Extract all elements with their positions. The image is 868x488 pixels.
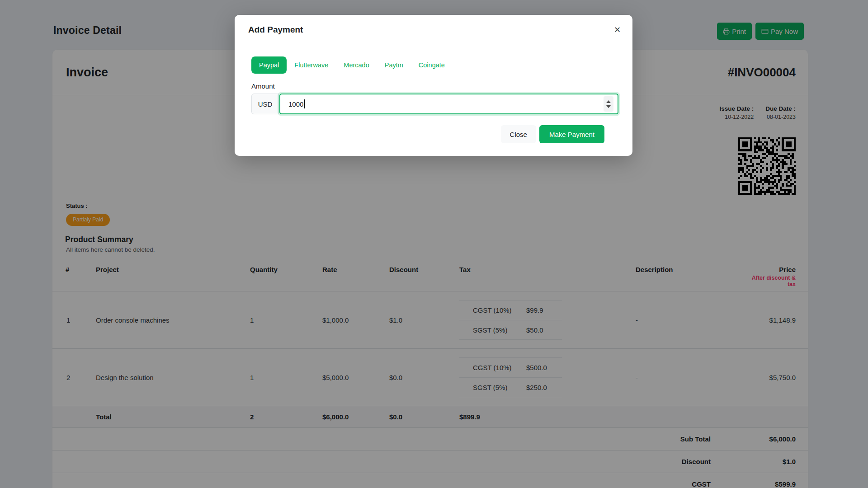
payment-method-tabs: Paypal Flutterwave Mercado Paytm Coingat… bbox=[251, 56, 618, 74]
close-button[interactable]: Close bbox=[501, 125, 536, 143]
amount-input-value: 1000 bbox=[288, 100, 303, 108]
amount-input-group: USD 1000 bbox=[251, 94, 618, 114]
modal-title: Add Payment bbox=[248, 25, 303, 35]
spinner-down-icon[interactable] bbox=[606, 105, 611, 108]
tab-paytm[interactable]: Paytm bbox=[377, 56, 411, 74]
text-caret bbox=[304, 99, 305, 108]
amount-input[interactable]: 1000 bbox=[279, 94, 618, 114]
currency-prefix: USD bbox=[251, 94, 279, 114]
spinner-up-icon[interactable] bbox=[606, 100, 611, 103]
amount-label: Amount bbox=[251, 82, 618, 90]
tab-mercado[interactable]: Mercado bbox=[336, 56, 377, 74]
modal-footer: Close Make Payment bbox=[251, 114, 618, 156]
number-spinner-icon[interactable] bbox=[604, 96, 613, 112]
close-icon[interactable]: ✕ bbox=[614, 26, 621, 34]
add-payment-modal: Add Payment ✕ Paypal Flutterwave Mercado… bbox=[235, 15, 632, 156]
invoice-detail-page: Invoice Detail Print Pay Now Invoice #IN… bbox=[0, 0, 868, 488]
tab-paypal[interactable]: Paypal bbox=[251, 56, 287, 74]
tab-flutterwave[interactable]: Flutterwave bbox=[287, 56, 336, 74]
modal-header: Add Payment ✕ bbox=[235, 15, 632, 45]
make-payment-button[interactable]: Make Payment bbox=[539, 125, 604, 143]
modal-body: Paypal Flutterwave Mercado Paytm Coingat… bbox=[235, 45, 632, 156]
tab-coingate[interactable]: Coingate bbox=[411, 56, 453, 74]
